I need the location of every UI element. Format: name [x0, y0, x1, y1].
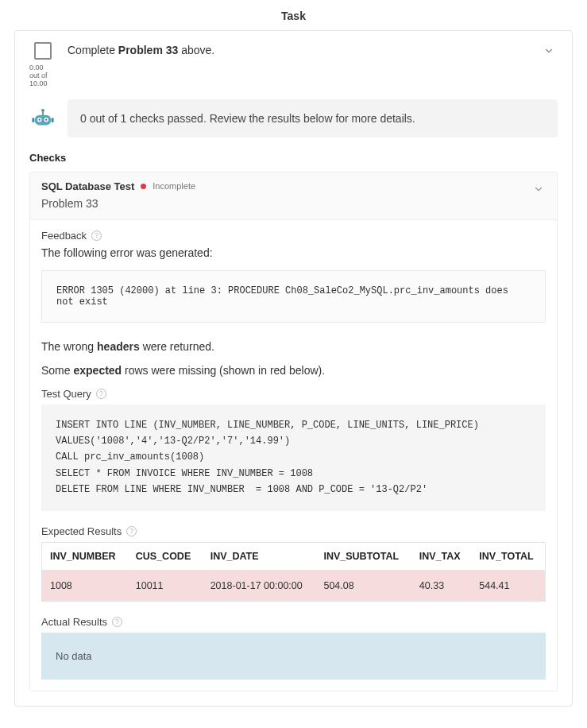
- status-banner: 0 out of 1 checks passed. Review the res…: [68, 99, 558, 137]
- missing-bold: expected: [73, 364, 122, 377]
- check-header[interactable]: SQL Database Test Incomplete: [30, 172, 557, 196]
- chevron-down-icon: [533, 184, 544, 195]
- table-row: 1008 10011 2018-01-17 00:00:00 504.08 40…: [42, 570, 546, 601]
- svg-rect-8: [52, 118, 54, 122]
- table-header-row: INV_NUMBER CUS_CODE INV_DATE INV_SUBTOTA…: [42, 542, 546, 570]
- grader-robot-icon: [29, 107, 56, 130]
- cell: 544.41: [471, 570, 545, 601]
- error-message-box: ERROR 1305 (42000) at line 3: PROCEDURE …: [41, 270, 546, 323]
- task-score: 0.00 out of 10.00: [29, 64, 56, 88]
- svg-rect-7: [32, 118, 34, 122]
- wrong-headers-note: The wrong headers were returned.: [41, 340, 546, 353]
- page-title: Task: [0, 0, 587, 30]
- check-name: SQL Database Test: [41, 180, 134, 192]
- task-title-suffix: above.: [178, 44, 214, 56]
- score-mid: out of: [29, 72, 48, 79]
- task-header: 0.00 out of 10.00 Complete Problem 33 ab…: [15, 42, 572, 88]
- status-dot-icon: [141, 184, 146, 189]
- task-title-bold: Problem 33: [118, 44, 178, 56]
- expected-results-heading-text: Expected Results: [41, 525, 122, 537]
- cell: 2018-01-17 00:00:00: [203, 570, 316, 601]
- col-header: INV_TOTAL: [471, 542, 545, 570]
- check-panel: SQL Database Test Incomplete Problem 33 …: [29, 172, 558, 691]
- score-earned: 0.00: [29, 64, 44, 72]
- cell: 40.33: [411, 570, 471, 601]
- check-status-label: Incomplete: [153, 181, 195, 191]
- checks-heading: Checks: [15, 137, 572, 172]
- missing-rows-note: Some expected rows were missing (shown i…: [41, 364, 546, 377]
- test-query-heading-text: Test Query: [41, 388, 91, 400]
- col-header: INV_SUBTOTAL: [315, 542, 411, 570]
- col-header: INV_TAX: [411, 542, 471, 570]
- check-body: Feedback ? The following error was gener…: [30, 219, 557, 691]
- wrong-headers-pre: The wrong: [41, 340, 97, 353]
- svg-rect-2: [35, 114, 51, 125]
- feedback-intro: The following error was generated:: [41, 246, 546, 259]
- cell: 10011: [128, 570, 203, 601]
- help-icon[interactable]: ?: [112, 617, 122, 627]
- actual-results-heading: Actual Results ?: [41, 616, 546, 628]
- missing-pre: Some: [41, 364, 73, 377]
- svg-point-0: [41, 109, 44, 112]
- actual-results-nodata: No data: [41, 633, 546, 680]
- grader-row: 0 out of 1 checks passed. Review the res…: [15, 99, 572, 137]
- task-card: 0.00 out of 10.00 Complete Problem 33 ab…: [14, 30, 573, 707]
- missing-post: rows were missing (shown in red below).: [122, 364, 325, 377]
- chevron-down-icon: [543, 45, 554, 56]
- score-max: 10.00: [29, 79, 48, 87]
- actual-results-heading-text: Actual Results: [41, 616, 107, 628]
- test-query-heading: Test Query ?: [41, 388, 546, 400]
- check-collapse-toggle[interactable]: [533, 184, 547, 198]
- test-query-code: INSERT INTO LINE (INV_NUMBER, LINE_NUMBE…: [41, 405, 546, 511]
- feedback-heading: Feedback ?: [41, 230, 546, 242]
- expected-results-table: INV_NUMBER CUS_CODE INV_DATE INV_SUBTOTA…: [41, 542, 546, 602]
- feedback-heading-text: Feedback: [41, 230, 87, 242]
- cell: 504.08: [315, 570, 411, 601]
- svg-point-6: [45, 118, 47, 120]
- check-problem-label: Problem 33: [30, 196, 557, 219]
- expected-results-heading: Expected Results ?: [41, 525, 546, 537]
- svg-point-5: [39, 118, 41, 120]
- wrong-headers-post: were returned.: [140, 340, 214, 353]
- task-title-prefix: Complete: [68, 44, 118, 56]
- wrong-headers-bold: headers: [97, 340, 140, 353]
- help-icon[interactable]: ?: [96, 389, 106, 399]
- help-icon[interactable]: ?: [91, 230, 102, 241]
- task-complete-checkbox[interactable]: [34, 42, 52, 60]
- col-header: INV_NUMBER: [42, 542, 128, 570]
- task-collapse-toggle[interactable]: [543, 45, 558, 60]
- col-header: INV_DATE: [203, 542, 316, 570]
- task-title: Complete Problem 33 above.: [68, 42, 532, 56]
- help-icon[interactable]: ?: [126, 526, 137, 536]
- task-left-column: 0.00 out of 10.00: [29, 42, 56, 88]
- col-header: CUS_CODE: [128, 542, 203, 570]
- cell: 1008: [42, 570, 128, 601]
